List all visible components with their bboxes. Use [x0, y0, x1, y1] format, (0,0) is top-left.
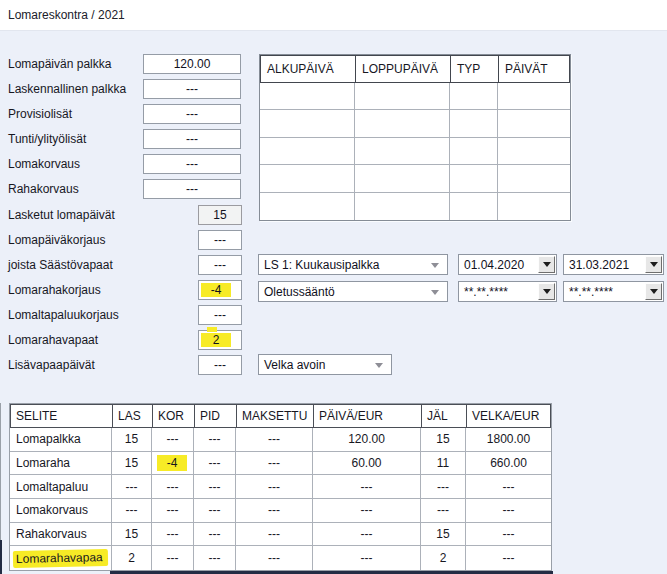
field-provisiolisat[interactable]: --- — [143, 104, 241, 124]
field-rahakorvaus[interactable]: --- — [143, 179, 241, 199]
cell-selite: Lomaraha — [10, 452, 112, 476]
field-lomaltapaluukorjaus[interactable]: --- — [198, 305, 242, 325]
dropdown-button[interactable] — [645, 256, 662, 273]
cell-maksettu: --- — [236, 452, 313, 476]
field-lomapaivakorjaus[interactable]: --- — [198, 230, 242, 250]
field-tunti-ylityolisat[interactable]: --- — [143, 129, 241, 149]
highlight-marker: Lomarahavapaa — [13, 549, 108, 568]
table-row-lomaraha[interactable]: Lomaraha 15 -4 --- --- 60.00 11 660.00 — [10, 452, 551, 476]
table-row[interactable] — [260, 110, 570, 137]
cell-las: 15 — [112, 523, 152, 547]
table-row-lomaltapaluu[interactable]: Lomaltapaluu --- --- --- --- --- --- --- — [10, 475, 551, 499]
field-value: --- — [214, 258, 226, 272]
table-row[interactable] — [260, 165, 570, 192]
dropdown-button[interactable] — [538, 283, 555, 300]
field-value: 120.00 — [174, 57, 211, 71]
selected-value: **.**.**** — [569, 285, 613, 299]
selected-value: 31.03.2021 — [569, 258, 629, 272]
form-label-lomaltapaluukorjaus: Lomaltapaluukorjaus — [8, 309, 119, 322]
form-label-laskennallinen-palkka: Laskennallinen palkka — [8, 83, 126, 96]
field-value: --- — [214, 308, 226, 322]
cell-las: 15 — [112, 428, 152, 452]
period-start-select[interactable]: 01.04.2020 — [458, 254, 557, 275]
cell-las: --- — [112, 475, 152, 499]
cell-paiva-eur: --- — [313, 523, 421, 547]
column-header: PÄIVÄT — [499, 56, 569, 82]
empty-cell — [355, 83, 450, 110]
cell-selite: Lomaltapaluu — [10, 475, 112, 499]
field-value: -4 — [201, 283, 231, 297]
table-row[interactable] — [260, 193, 570, 220]
field-lomapaivan-palkka[interactable]: 120.00 — [143, 54, 241, 74]
chevron-down-icon — [650, 289, 658, 294]
cell-jal: --- — [421, 499, 466, 523]
field-lasketut-lomapaivat[interactable]: 15 — [198, 205, 242, 225]
dropdown-button[interactable] — [538, 256, 555, 273]
summary-table: SELITE LAS KOR PID MAKSETTU PÄIVÄ/EUR JÄ… — [9, 403, 552, 571]
cell-pid: --- — [194, 499, 236, 523]
table-row-lomarahavapaa[interactable]: Lomarahavapaa 2 --- --- --- --- 2 --- — [10, 546, 551, 570]
cell-pid: --- — [194, 428, 236, 452]
form-label-joista-saastovapaat: joista Säästövapaat — [8, 259, 113, 272]
cell-kor: -4 — [152, 452, 194, 476]
field-lisavapaapaivat[interactable]: --- — [198, 355, 242, 375]
empty-cell — [450, 165, 498, 192]
dropdown-button[interactable] — [645, 283, 662, 300]
table-row[interactable] — [260, 83, 570, 110]
table-row-lomakorvaus[interactable]: Lomakorvaus --- --- --- --- --- --- --- — [10, 499, 551, 523]
summary-table-body: Lomapalkka 15 --- --- --- 120.00 15 1800… — [10, 428, 551, 570]
chevron-down-icon — [543, 262, 551, 267]
cell-selite: Lomarahavapaa — [10, 546, 112, 570]
window-edge — [0, 540, 2, 574]
summary-table-header: SELITE LAS KOR PID MAKSETTU PÄIVÄ/EUR JÄ… — [10, 404, 551, 428]
empty-cell — [498, 83, 570, 110]
empty-cell — [355, 110, 450, 137]
form-label-lomapaivan-palkka: Lomapäivän palkka — [8, 58, 111, 71]
cell-kor: --- — [152, 499, 194, 523]
cell-jal: 15 — [421, 523, 466, 547]
field-value: --- — [186, 182, 198, 196]
table-row-lomapalkka[interactable]: Lomapalkka 15 --- --- --- 120.00 15 1800… — [10, 428, 551, 452]
rule-select[interactable]: Oletussääntö — [258, 281, 448, 302]
empty-cell — [260, 110, 355, 137]
mask-end-select[interactable]: **.**.**** — [563, 281, 664, 302]
debt-status-select[interactable]: Velka avoin — [258, 354, 392, 375]
cell-maksettu: --- — [236, 546, 313, 570]
field-lomarahavapaat[interactable]: 2 — [198, 330, 242, 350]
column-header: ALKUPÄIVÄ — [261, 56, 355, 82]
field-laskennallinen-palkka[interactable]: --- — [143, 79, 241, 99]
form-label-tunti-ylityolisat: Tunti/ylityölisät — [8, 133, 86, 146]
cell-paiva-eur: 60.00 — [313, 452, 421, 476]
cell-pid: --- — [194, 452, 236, 476]
empty-cell — [355, 138, 450, 165]
selected-value: Velka avoin — [264, 358, 325, 372]
empty-cell — [260, 165, 355, 192]
column-header: SELITE — [11, 405, 112, 427]
cell-selite: Lomakorvaus — [10, 499, 112, 523]
cell-pid: --- — [194, 475, 236, 499]
field-lomarahakorjaus[interactable]: -4 — [198, 280, 242, 300]
form-label-lisavapaapaivat: Lisävapaapäivät — [8, 359, 95, 372]
table-row[interactable] — [260, 138, 570, 165]
form-label-rahakorvaus: Rahakorvaus — [8, 183, 79, 196]
cell-paiva-eur: --- — [313, 499, 421, 523]
page-title: Lomareskontra / 2021 — [8, 8, 125, 22]
form-label-lomarahakorjaus: Lomarahakorjaus — [8, 284, 101, 297]
cell-las: 2 — [112, 546, 152, 570]
form-label-provisiolisat: Provisiolisät — [8, 108, 72, 121]
mask-start-select[interactable]: **.**.**** — [458, 281, 557, 302]
field-joista-saastovapaat[interactable]: --- — [198, 255, 242, 275]
period-end-select[interactable]: 31.03.2021 — [563, 254, 664, 275]
periods-table: ALKUPÄIVÄ LOPPUPÄIVÄ TYP PÄIVÄT — [259, 54, 571, 221]
field-value: --- — [214, 233, 226, 247]
highlight-marker: -4 — [157, 455, 187, 471]
selected-value: LS 1: Kuukausipalkka — [264, 258, 379, 272]
field-lomakorvaus[interactable]: --- — [143, 154, 241, 174]
periods-table-header: ALKUPÄIVÄ LOPPUPÄIVÄ TYP PÄIVÄT — [260, 55, 570, 83]
field-value: --- — [186, 107, 198, 121]
column-header: KOR — [153, 405, 194, 427]
highlight-marker — [207, 327, 217, 332]
cell-paiva-eur: --- — [313, 475, 421, 499]
salary-type-select[interactable]: LS 1: Kuukausipalkka — [258, 254, 448, 275]
table-row-rahakorvaus[interactable]: Rahakorvaus 15 --- --- --- --- 15 --- — [10, 523, 551, 547]
